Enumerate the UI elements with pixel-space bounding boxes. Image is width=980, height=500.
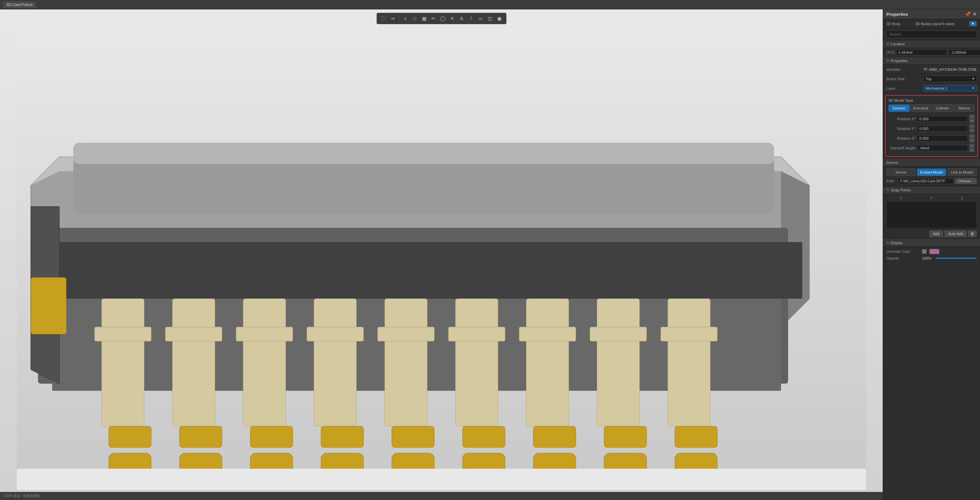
svg-rect-25	[668, 299, 710, 427]
source-link-btn[interactable]: Link to Model	[947, 169, 977, 176]
source-embed-btn[interactable]: Embed Model	[917, 169, 946, 176]
rotation-z-row: Rotation Z° − +	[888, 134, 975, 142]
layer-dropdown-arrow: ▾	[972, 86, 974, 90]
opacity-slider-fill	[936, 257, 977, 259]
svg-rect-10	[95, 327, 151, 341]
rotation-y-stepper: − +	[969, 124, 975, 133]
text-tool[interactable]: A	[458, 14, 466, 22]
board-side-value: Top	[926, 77, 932, 81]
opacity-label: Opacity	[886, 256, 920, 260]
rect-tool[interactable]: □	[410, 14, 419, 22]
pin-icon[interactable]: 📌	[965, 11, 970, 17]
filter-tool[interactable]: ⬛	[379, 14, 388, 22]
svg-rect-20	[449, 327, 505, 341]
snap-add-button[interactable]: Add	[929, 230, 943, 237]
rotation-z-input[interactable]	[917, 135, 968, 141]
svg-rect-39	[533, 426, 576, 447]
standoff-height-row: Standoff Height − +	[888, 144, 975, 152]
source-label: Source	[886, 161, 898, 165]
model-type-buttons: Generic Extruded Cylinder Sphere	[888, 104, 975, 112]
shape-tool-1[interactable]: ▭	[476, 14, 484, 22]
properties-section-header[interactable]: ▼ Properties	[883, 57, 980, 65]
rotation-y-row: Rotation Y° − +	[888, 124, 975, 133]
svg-rect-37	[463, 426, 505, 447]
source-choose-button[interactable]: Choose...	[955, 178, 977, 184]
svg-rect-22	[519, 327, 576, 341]
layer-dropdown[interactable]: Mechanical 1 ▾	[923, 85, 977, 91]
rotation-y-decrement[interactable]: −	[969, 124, 975, 128]
add-tool[interactable]: +	[401, 14, 409, 22]
svg-rect-12	[165, 327, 222, 341]
layer-row: Layer Mechanical 1 ▾	[883, 84, 980, 93]
standoff-height-input[interactable]	[917, 145, 968, 151]
identifier-row: Identifier TF-SMD_HYCW104-TF08-375B	[883, 65, 980, 74]
rotation-x-increment[interactable]: +	[969, 119, 975, 123]
title-tab[interactable]: SD-Card.PcbLib	[3, 2, 36, 8]
rotation-x-input[interactable]	[917, 116, 968, 122]
properties-label: Properties	[891, 59, 908, 63]
snap-header-row: X Y Z	[886, 196, 977, 200]
snap-delete-button[interactable]: 🗑	[968, 230, 977, 237]
select-tool[interactable]: ⇒	[389, 14, 397, 22]
snap-auto-add-button[interactable]: Auto Add	[945, 230, 967, 237]
color-picker-button[interactable]	[929, 249, 939, 254]
model-type-generic[interactable]: Generic	[888, 104, 910, 112]
object-count: 3D Bodies (and 9 more)	[900, 22, 969, 26]
object-type-label: 3D Body	[886, 22, 900, 26]
board-side-row: Board Side Top ▾	[883, 74, 980, 84]
standoff-height-decrement[interactable]: −	[969, 144, 975, 148]
main-layout: ⬛ ⇒ + □ ▦ ✏ ◯ ✕ A / ▭ ◫ ▣	[0, 10, 980, 500]
toolbar: ⬛ ⇒ + □ ▦ ✏ ◯ ✕ A / ▭ ◫ ▣	[376, 13, 506, 24]
svg-rect-24	[590, 327, 646, 341]
grid-tool[interactable]: ▦	[420, 14, 428, 22]
3d-model-type-section: 3D Model Type Generic Extruded Cylinder …	[885, 95, 978, 157]
properties-arrow: ▼	[886, 59, 889, 62]
svg-rect-35	[392, 426, 434, 447]
identifier-value: TF-SMD_HYCW104-TF08-375B	[923, 67, 977, 72]
svg-rect-33	[321, 426, 364, 447]
board-side-dropdown[interactable]: Top ▾	[923, 75, 977, 82]
display-label: Display	[891, 241, 903, 245]
panel-header-icons: 📌 ✕	[965, 11, 977, 17]
draw-tool[interactable]: ✏	[430, 14, 438, 22]
opacity-slider[interactable]	[936, 257, 977, 259]
bottom-bar-text: CSDN @后厂村路直播吧	[3, 494, 40, 498]
line-tool[interactable]: /	[467, 14, 475, 22]
svg-rect-29	[180, 426, 222, 447]
shape-tool-3[interactable]: ▣	[495, 14, 503, 22]
close-icon[interactable]: ✕	[973, 11, 977, 17]
search-input[interactable]	[886, 30, 977, 38]
poly-tool[interactable]: ◯	[439, 14, 447, 22]
location-arrow: ▼	[886, 42, 889, 46]
dropdown-arrow: ▾	[972, 77, 974, 81]
location-section-header[interactable]: ▼ Location	[883, 40, 980, 48]
y-input[interactable]	[948, 50, 980, 55]
rotation-x-decrement[interactable]: −	[969, 115, 975, 118]
snap-section-header[interactable]: ▼ Snap Points	[883, 186, 980, 194]
svg-rect-47	[17, 469, 866, 490]
color-swatch-gray	[922, 249, 927, 254]
rotation-z-label: Rotation Z°	[888, 136, 916, 141]
rotation-y-input[interactable]	[917, 126, 968, 132]
display-section-header[interactable]: ▼ Display	[883, 239, 980, 247]
xy-row: (X/Y) 🔒	[883, 48, 980, 57]
model-type-extruded[interactable]: Extruded	[910, 104, 931, 112]
x-input[interactable]	[896, 50, 947, 55]
source-section-header[interactable]: Source	[883, 159, 980, 166]
source-server-btn[interactable]: Server	[886, 169, 916, 176]
filter-button[interactable]: ▼	[969, 21, 977, 26]
rotation-z-increment[interactable]: +	[969, 138, 975, 142]
snap-y-col: Y	[917, 196, 946, 200]
3d-scene	[0, 30, 883, 490]
cross-tool[interactable]: ✕	[448, 14, 456, 22]
svg-rect-9	[102, 299, 144, 427]
snap-section: X Y Z Add Auto Add 🗑	[883, 194, 980, 239]
standoff-height-increment[interactable]: +	[969, 148, 975, 152]
opacity-row: Opacity 100%	[886, 256, 977, 260]
rotation-z-decrement[interactable]: −	[969, 134, 975, 138]
svg-rect-43	[675, 426, 718, 447]
shape-tool-2[interactable]: ◫	[486, 14, 494, 22]
model-type-sphere[interactable]: Sphere	[953, 104, 975, 112]
rotation-y-increment[interactable]: +	[969, 129, 975, 133]
model-type-cylinder[interactable]: Cylinder	[932, 104, 953, 112]
